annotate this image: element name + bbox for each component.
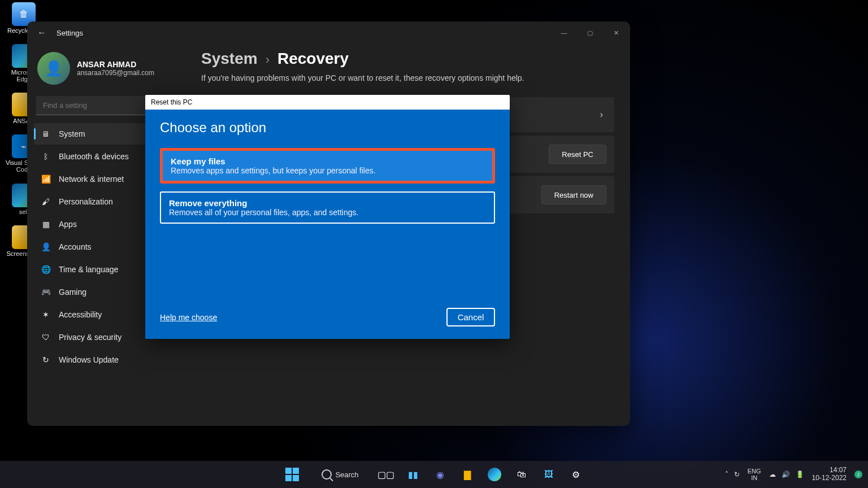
- widgets-button[interactable]: ▮▮: [402, 463, 424, 486]
- nav-label: Accounts: [59, 242, 92, 251]
- option-description: Removes apps and settings, but keeps you…: [171, 166, 484, 175]
- file-explorer-button[interactable]: ▇: [456, 463, 479, 486]
- edge-taskbar-button[interactable]: [483, 463, 506, 486]
- start-button[interactable]: [281, 463, 303, 486]
- volume-icon[interactable]: 🔊: [782, 470, 790, 478]
- breadcrumb-separator: ›: [266, 53, 270, 67]
- nav-label: Accessibility: [59, 310, 102, 319]
- profile-email: ansaraa7095@gmail.com: [77, 69, 154, 77]
- option-keep-my-files[interactable]: Keep my files Removes apps and settings,…: [160, 148, 495, 184]
- nav-label: Windows Update: [59, 355, 119, 364]
- nav-label: Time & language: [59, 265, 118, 274]
- back-button[interactable]: ←: [37, 28, 46, 38]
- nav-icon: 🌐: [41, 265, 51, 274]
- search-icon: [322, 469, 332, 480]
- profile-name: ANSAR AHMAD: [77, 60, 154, 69]
- task-view-button[interactable]: ▢▢: [375, 463, 397, 486]
- edge-icon: [488, 468, 501, 481]
- help-me-choose-link[interactable]: Help me choose: [160, 313, 217, 322]
- nav-label: Privacy & security: [59, 333, 121, 342]
- nav-label: Apps: [59, 220, 77, 229]
- nav-icon: 🎮: [41, 287, 51, 297]
- nav-icon: 👤: [41, 242, 51, 251]
- nav-label: Network & internet: [59, 175, 124, 184]
- reset-pc-dialog: Reset this PC Choose an option Keep my f…: [145, 95, 510, 339]
- window-titlebar: ← Settings — ▢ ✕: [27, 21, 630, 44]
- taskbar-center: Search ▢▢ ▮▮ ◉ ▇ 🛍 🖼 ⚙: [281, 463, 587, 486]
- dialog-heading: Choose an option: [160, 120, 495, 136]
- battery-icon[interactable]: 🔋: [796, 470, 804, 478]
- folder-icon: ▇: [464, 469, 471, 480]
- chat-button[interactable]: ◉: [429, 463, 452, 486]
- option-remove-everything[interactable]: Remove everything Removes all of your pe…: [160, 191, 495, 224]
- tray-up-icon[interactable]: ˄: [725, 470, 728, 478]
- gear-icon: ⚙: [572, 469, 580, 480]
- profile-block[interactable]: 👤 ANSAR AHMAD ansaraa7095@gmail.com: [34, 47, 193, 93]
- recovery-subtext: If you're having problems with your PC o…: [201, 73, 614, 82]
- onedrive-icon[interactable]: ☁: [769, 470, 776, 478]
- restart-now-button[interactable]: Restart now: [541, 185, 606, 204]
- language-indicator[interactable]: ENG IN: [748, 468, 761, 481]
- nav-icon: ✶: [41, 310, 51, 319]
- taskbar-search-label: Search: [335, 470, 358, 479]
- nav-icon: 🖥: [41, 129, 51, 138]
- nav-icon: ᛒ: [41, 152, 51, 161]
- reset-pc-button[interactable]: Reset PC: [549, 145, 606, 164]
- maximize-button[interactable]: ▢: [577, 24, 603, 41]
- store-icon: 🛍: [517, 469, 526, 480]
- option-title: Remove everything: [169, 198, 486, 208]
- widgets-icon: ▮▮: [408, 469, 418, 480]
- nav-icon: 📶: [41, 175, 51, 184]
- clock-date: 10-12-2022: [812, 474, 847, 482]
- cancel-button[interactable]: Cancel: [446, 308, 495, 326]
- option-title: Keep my files: [171, 156, 484, 166]
- settings-taskbar-button[interactable]: ⚙: [565, 463, 587, 486]
- taskbar-right: ˄ ↻ ENG IN ☁ 🔊 🔋 14:07 10-12-2022 2: [725, 467, 862, 482]
- nav-label: Gaming: [59, 287, 86, 297]
- breadcrumb: System › Recovery: [201, 50, 614, 68]
- nav-icon: 🛡: [41, 333, 51, 342]
- dialog-title: Reset this PC: [145, 95, 510, 110]
- chat-icon: ◉: [436, 469, 444, 480]
- avatar: 👤: [37, 52, 70, 85]
- app-title: Settings: [57, 29, 83, 37]
- sidebar-item-windows-update[interactable]: ↻Windows Update: [34, 349, 193, 371]
- notification-badge[interactable]: 2: [854, 470, 862, 478]
- taskbar-clock[interactable]: 14:07 10-12-2022: [812, 467, 847, 482]
- tray-sync-icon[interactable]: ↻: [734, 470, 740, 478]
- clock-time: 14:07: [812, 467, 847, 474]
- photos-button[interactable]: 🖼: [537, 463, 560, 486]
- nav-icon: 🖌: [41, 197, 51, 206]
- nav-icon: ↻: [41, 355, 51, 364]
- taskbar-search[interactable]: Search: [308, 463, 370, 486]
- system-tray[interactable]: ☁ 🔊 🔋: [769, 470, 804, 478]
- nav-label: Personalization: [59, 197, 113, 206]
- nav-label: Bluetooth & devices: [59, 152, 129, 161]
- option-description: Removes all of your personal files, apps…: [169, 208, 486, 217]
- nav-label: System: [59, 129, 85, 138]
- minimize-button[interactable]: —: [551, 24, 577, 41]
- close-button[interactable]: ✕: [603, 24, 629, 41]
- breadcrumb-system[interactable]: System: [201, 50, 258, 68]
- tray-icons[interactable]: ˄ ↻: [725, 470, 740, 478]
- store-button[interactable]: 🛍: [510, 463, 533, 486]
- windows-logo-icon: [285, 468, 299, 481]
- breadcrumb-current: Recovery: [277, 50, 349, 68]
- taskbar: Search ▢▢ ▮▮ ◉ ▇ 🛍 🖼 ⚙ ˄ ↻ ENG IN ☁ 🔊 🔋 …: [0, 461, 868, 488]
- chevron-right-icon: ›: [600, 110, 603, 120]
- photos-icon: 🖼: [544, 469, 553, 480]
- nav-icon: ▦: [41, 220, 51, 229]
- task-view-icon: ▢▢: [377, 469, 394, 480]
